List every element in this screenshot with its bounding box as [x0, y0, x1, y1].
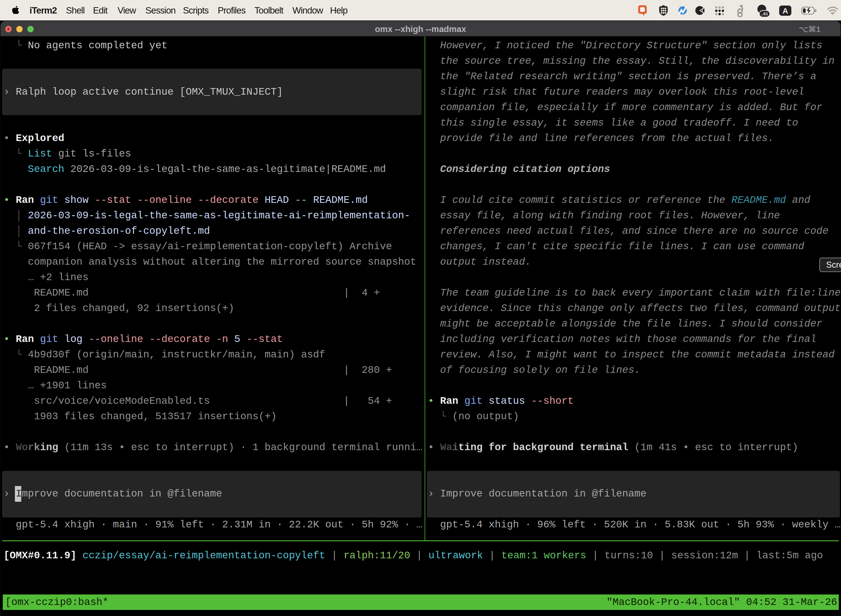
svg-text:..61: ..61: [761, 11, 768, 16]
svg-text:A: A: [782, 7, 788, 15]
